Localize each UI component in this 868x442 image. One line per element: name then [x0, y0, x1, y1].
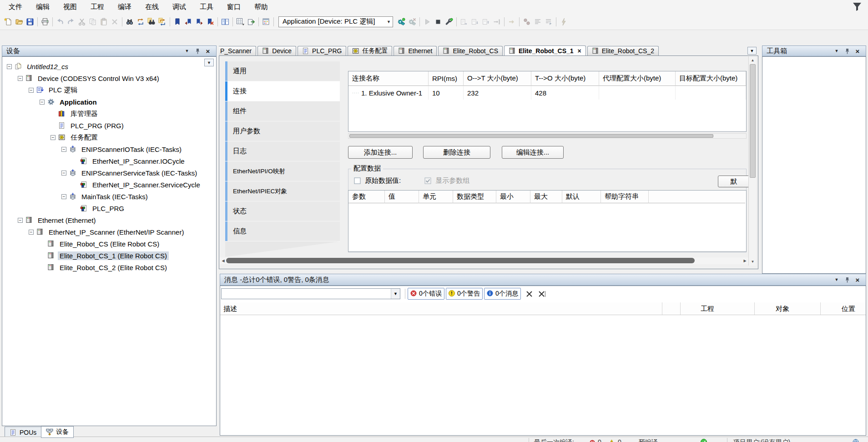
chevron-down-icon[interactable]: ▼	[387, 20, 391, 24]
tree-item-enipscannerservicetask-iec-tasks[interactable]: −ENIPScannerServiceTask (IEC-Tasks)	[2, 167, 216, 179]
tree-item-4[interactable]: 库管理器	[2, 108, 216, 120]
document-tab-elite-robot-cs-1[interactable]: Elite_Robot_CS_1×	[504, 45, 586, 55]
tree-item-elite-robot-cs-elite-robot-cs[interactable]: Elite_Robot_CS (Elite Robot CS)	[2, 238, 216, 250]
expander-icon[interactable]: −	[18, 76, 23, 81]
expander-icon[interactable]: −	[40, 100, 45, 105]
tree-item-application[interactable]: −Application	[2, 96, 216, 108]
editor-vertical-scrollbar[interactable]: ▲ ▼	[748, 56, 756, 266]
connections-scrollbar[interactable]	[348, 133, 747, 139]
tree-item-device-codesys-control-win-v3-x64[interactable]: −Device (CODESYS Control Win V3 x64)	[2, 72, 216, 84]
document-tab-p-scanner[interactable]: P_Scanner	[219, 46, 256, 55]
button-1[interactable]: 删除连接	[423, 146, 490, 159]
bookmark-icon[interactable]	[172, 16, 183, 27]
chevron-down-icon[interactable]: ▼	[183, 47, 191, 55]
chevron-down-icon[interactable]: ▼	[833, 47, 841, 55]
step-into-icon[interactable]	[469, 16, 480, 27]
document-tab-device[interactable]: Device	[257, 46, 296, 55]
clear-all-icon[interactable]	[537, 289, 547, 299]
menu-item-1[interactable]: 编辑	[29, 0, 56, 14]
pin-icon[interactable]	[843, 276, 851, 283]
step-over-icon[interactable]	[459, 16, 469, 27]
compare-icon[interactable]	[220, 16, 231, 27]
scroll-down-arrow[interactable]: ▼	[749, 258, 756, 265]
scroll-left-arrow[interactable]: ◀	[220, 257, 227, 264]
update-device-icon[interactable]	[261, 16, 272, 27]
delete-icon[interactable]	[109, 16, 120, 27]
print-icon[interactable]	[40, 16, 50, 27]
tree-item-enipscanneriotask-iec-tasks[interactable]: −ENIPScannerIOTask (IEC-Tasks)	[2, 143, 216, 155]
bottom-tab-1[interactable]: 设备	[41, 426, 74, 438]
chevron-down-icon[interactable]: ▼	[747, 47, 757, 55]
tree-item-elite-robot-cs-2-elite-robot-cs[interactable]: Elite_Robot_CS_2 (Elite Robot CS)	[2, 261, 216, 273]
clear-icon[interactable]	[524, 289, 534, 299]
connection-row[interactable]: ····1. Exlusive Owner-110232428	[348, 86, 746, 100]
nav-item-3[interactable]: 用户参数	[225, 121, 340, 141]
next-bookmark-icon[interactable]	[194, 16, 205, 27]
chevron-down-icon[interactable]: ▼	[204, 59, 214, 66]
menu-item-0[interactable]: 文件	[2, 0, 29, 14]
clear-bookmarks-icon[interactable]	[205, 16, 216, 27]
tree-item-ethernet-ethernet[interactable]: −Ethernet (Ethernet)	[2, 214, 216, 226]
chevron-down-icon[interactable]: ▼	[833, 276, 841, 283]
build-icon[interactable]	[444, 16, 454, 27]
expander-icon[interactable]: −	[61, 171, 66, 176]
close-icon[interactable]: ×	[204, 47, 212, 55]
close-icon[interactable]: ×	[853, 276, 862, 283]
document-tab-plc-prg[interactable]: PLC_PRG	[298, 46, 346, 55]
filter-button-0[interactable]: 0个警告	[446, 288, 483, 300]
scrollbar-thumb[interactable]	[226, 258, 695, 263]
nav-item-2[interactable]: 组件	[225, 101, 340, 121]
stop-icon[interactable]	[433, 16, 444, 27]
paste-icon[interactable]	[98, 16, 109, 27]
copy-icon[interactable]	[87, 16, 98, 27]
expander-icon[interactable]: −	[50, 135, 56, 140]
redo-icon[interactable]	[66, 16, 76, 27]
replace-in-project-icon[interactable]	[157, 16, 168, 27]
pin-icon[interactable]	[843, 47, 851, 55]
expander-icon[interactable]: −	[29, 88, 34, 93]
nav-item-ethernet-ipiec[interactable]: EtherNet/IPIEC对象	[225, 181, 340, 201]
document-tab-ethernet[interactable]: Ethernet	[394, 46, 437, 55]
message-category-combo[interactable]: ▼	[221, 288, 400, 299]
close-icon[interactable]: ×	[853, 47, 862, 55]
login-icon[interactable]	[396, 16, 407, 27]
export-icon[interactable]	[246, 16, 257, 27]
expander-icon[interactable]: −	[61, 194, 66, 199]
nav-item-7[interactable]: 状态	[225, 201, 340, 221]
document-tab-elite-robot-cs-2[interactable]: Elite_Robot_CS_2	[587, 46, 659, 55]
tree-item-6[interactable]: −任务配置	[2, 131, 216, 143]
tree-item-ethernet-ip-scanner-ethernet-ip-scanner[interactable]: −EtherNet_IP_Scanner (EtherNet/IP Scanne…	[2, 226, 216, 238]
tree-item-plc-prg-prg[interactable]: PLC_PRG (PRG)	[2, 120, 216, 131]
step-out-icon[interactable]	[480, 16, 491, 27]
menu-item-2[interactable]: 视图	[56, 0, 84, 14]
start-icon[interactable]	[422, 16, 433, 27]
filter-button-0[interactable]: 0个消息	[484, 288, 521, 300]
active-application-combo[interactable]: Application [Device: PLC 逻辑]▼	[278, 16, 393, 27]
nav-item-0[interactable]: 通用	[225, 61, 340, 81]
menu-item-3[interactable]: 工程	[84, 0, 111, 14]
document-tab-3[interactable]: 任务配置	[348, 46, 392, 55]
default-values-button[interactable]: 默	[718, 176, 750, 187]
cut-icon[interactable]	[76, 16, 87, 27]
menu-item-8[interactable]: 窗口	[220, 0, 247, 14]
expander-icon[interactable]: −	[7, 64, 12, 69]
button-0[interactable]: 添加连接...	[348, 146, 413, 159]
run-to-cursor-icon[interactable]	[491, 16, 502, 27]
raw-data-checkbox[interactable]	[354, 177, 361, 184]
tree-item-elite-robot-cs-1-elite-robot-cs[interactable]: Elite_Robot_CS_1 (Elite Robot CS)	[2, 250, 216, 261]
tree-item-plc-prg[interactable]: PLC_PRG	[2, 202, 216, 214]
nav-item-1[interactable]: 连接	[225, 81, 340, 101]
menu-item-9[interactable]: 帮助	[247, 0, 275, 14]
pin-icon[interactable]	[193, 47, 202, 55]
open-project-icon[interactable]	[14, 16, 25, 27]
scrollbar-thumb[interactable]	[750, 64, 756, 178]
breakpoints-icon[interactable]	[521, 16, 532, 27]
force-values-icon[interactable]	[558, 16, 569, 27]
editor-horizontal-scrollbar[interactable]: ◀ ▶	[220, 257, 748, 264]
menu-item-7[interactable]: 工具	[193, 0, 220, 14]
document-tab-elite-robot-cs[interactable]: Elite_Robot_CS	[438, 46, 503, 55]
scroll-right-arrow[interactable]: ▶	[742, 257, 748, 264]
find-in-project-icon[interactable]	[146, 16, 157, 27]
find-icon[interactable]	[124, 16, 135, 27]
undo-icon[interactable]	[55, 16, 66, 27]
